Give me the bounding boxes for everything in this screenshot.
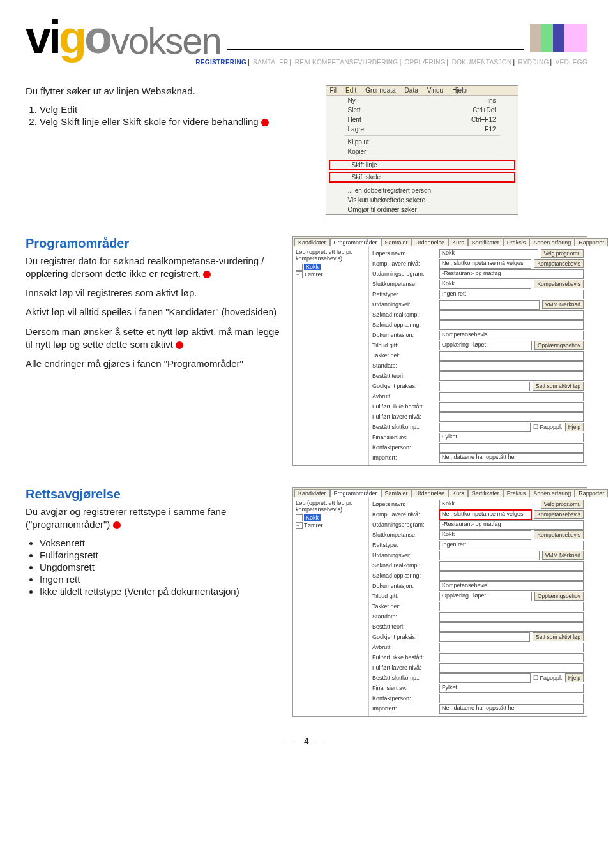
side-button[interactable]: Hjelp bbox=[565, 423, 584, 431]
side-button[interactable]: Kompetansebevis bbox=[534, 530, 584, 539]
side-button[interactable]: Sett som aktivt løp bbox=[533, 382, 584, 391]
field-value[interactable]: Nei, sluttkompetanse må velges bbox=[439, 259, 531, 269]
tab[interactable]: Sertifikater bbox=[468, 489, 503, 497]
tree-item[interactable]: +Kokk bbox=[296, 264, 366, 271]
tree-item[interactable]: +Tømrer bbox=[296, 271, 366, 278]
step-text: Velg Skift linje eller Skift skole for v… bbox=[40, 116, 259, 127]
field-value[interactable]: Nei, sluttkompetanse må velges bbox=[439, 510, 531, 520]
tab[interactable]: Kandidater bbox=[294, 489, 330, 497]
side-button[interactable]: Hjelp bbox=[565, 673, 584, 682]
field-value[interactable]: Opplæring i løpet bbox=[439, 341, 532, 350]
field-value[interactable] bbox=[439, 632, 530, 642]
menu-row[interactable]: Klipp ut bbox=[326, 137, 518, 147]
field-label: Bestått teori: bbox=[372, 624, 439, 630]
menu-item[interactable]: Fil bbox=[330, 87, 337, 94]
tab[interactable]: Utdannelse bbox=[412, 489, 449, 497]
menu-row[interactable]: ... en dobbeltregistrert person bbox=[326, 186, 518, 195]
field-value[interactable]: Nei, dataene har oppstått her bbox=[439, 453, 584, 463]
field-value[interactable]: Ingen rett bbox=[439, 290, 584, 299]
field-value[interactable] bbox=[439, 412, 584, 422]
field-value[interactable] bbox=[439, 612, 584, 622]
tab[interactable]: Rapporter bbox=[575, 238, 608, 246]
field-value[interactable]: -Restaurant- og matfag bbox=[439, 520, 584, 530]
menu-row[interactable]: Vis kun ubekreftede søkere bbox=[326, 195, 518, 205]
field-value[interactable] bbox=[439, 653, 584, 662]
field-value[interactable]: -Restaurant- og matfag bbox=[439, 269, 584, 279]
field-value[interactable] bbox=[439, 673, 531, 683]
field-value[interactable] bbox=[439, 371, 584, 381]
tab[interactable]: Annen erfaring bbox=[529, 489, 575, 497]
field-value[interactable] bbox=[439, 643, 584, 652]
field-value[interactable] bbox=[439, 443, 584, 453]
tab[interactable]: Sertifikater bbox=[468, 238, 503, 246]
field-value[interactable]: Ingen rett bbox=[439, 541, 584, 550]
field-value[interactable] bbox=[439, 351, 584, 361]
side-button[interactable]: VMM Merknad bbox=[542, 300, 584, 309]
menu-row[interactable]: HentCtrl+F12 bbox=[326, 115, 518, 124]
side-button[interactable]: Velg progr.omr. bbox=[541, 500, 584, 509]
menu-row-highlighted[interactable]: Skift linje bbox=[329, 160, 515, 170]
menu-row[interactable]: NyIns bbox=[326, 96, 518, 105]
tab[interactable]: Programområder bbox=[330, 238, 381, 246]
tab[interactable]: Utdannelse bbox=[412, 238, 449, 246]
side-button[interactable]: Kompetansebevis bbox=[534, 280, 584, 288]
menu-row[interactable]: SlettCtrl+Del bbox=[326, 105, 518, 115]
side-button[interactable]: Kompetansebevis bbox=[534, 510, 584, 519]
field-value[interactable]: Kokk bbox=[439, 280, 531, 289]
field-value[interactable] bbox=[439, 622, 584, 632]
field-value[interactable] bbox=[439, 392, 584, 401]
field-value[interactable]: Kokk bbox=[439, 500, 538, 509]
menu-item[interactable]: Vindu bbox=[427, 87, 443, 94]
field-value[interactable]: Kokk bbox=[439, 249, 538, 258]
tab[interactable]: Samtaler bbox=[381, 489, 412, 497]
side-button[interactable]: Velg progr.omr. bbox=[541, 249, 584, 258]
tab[interactable]: Annen erfaring bbox=[529, 238, 575, 246]
field-value[interactable]: Fylket bbox=[439, 433, 584, 442]
menu-row[interactable]: Kopier bbox=[326, 147, 518, 156]
field-value[interactable] bbox=[439, 402, 584, 412]
tab[interactable]: Rapporter bbox=[575, 489, 608, 497]
field-value[interactable] bbox=[439, 423, 531, 432]
field-value[interactable] bbox=[439, 561, 584, 571]
menu-row-highlighted[interactable]: Skift skole bbox=[329, 172, 515, 183]
field-value[interactable]: Kompetansebevis bbox=[439, 581, 584, 591]
field-value[interactable] bbox=[439, 310, 584, 320]
menu-item[interactable]: Edit bbox=[345, 87, 356, 94]
side-button[interactable]: Kompetansebevis bbox=[534, 259, 584, 268]
field-value[interactable]: Opplæring i løpet bbox=[439, 592, 532, 601]
field-value[interactable] bbox=[439, 361, 584, 371]
field-value[interactable]: Kompetansebevis bbox=[439, 331, 584, 340]
menu-item[interactable]: Data bbox=[405, 87, 418, 94]
side-button[interactable]: Sett som aktivt løp bbox=[533, 632, 584, 641]
field-value[interactable] bbox=[439, 300, 540, 310]
menu-row[interactable]: LagreF12 bbox=[326, 124, 518, 134]
tab[interactable]: Praksis bbox=[503, 489, 530, 497]
field-value[interactable] bbox=[439, 571, 584, 581]
side-button[interactable]: Opplæringsbehov bbox=[534, 592, 584, 601]
field-value[interactable]: Fylket bbox=[439, 684, 584, 693]
logo: vigo bbox=[26, 19, 110, 56]
tab[interactable]: Programområder bbox=[330, 489, 381, 497]
tab[interactable]: Praksis bbox=[503, 238, 530, 246]
menu-row[interactable]: Omgjør til ordinær søker bbox=[326, 205, 518, 214]
field-value[interactable] bbox=[439, 551, 540, 560]
fagoppl-checkbox[interactable]: ☐ Fagoppl. bbox=[533, 675, 563, 681]
side-button[interactable]: Opplæringsbehov bbox=[534, 341, 584, 350]
menu-item[interactable]: Hjelp bbox=[452, 87, 467, 94]
tree-item[interactable]: +Tømrer bbox=[296, 522, 366, 529]
field-value[interactable]: Kokk bbox=[439, 530, 531, 540]
tab[interactable]: Kurs bbox=[448, 238, 468, 246]
fagoppl-checkbox[interactable]: ☐ Fagoppl. bbox=[533, 424, 563, 430]
field-value[interactable] bbox=[439, 663, 584, 673]
field-value[interactable] bbox=[439, 694, 584, 703]
field-value[interactable]: Nei, dataene har oppstått her bbox=[439, 704, 584, 714]
field-value[interactable] bbox=[439, 320, 584, 330]
tab[interactable]: Kandidater bbox=[294, 238, 330, 246]
side-button[interactable]: VMM Merknad bbox=[542, 551, 584, 560]
tree-item[interactable]: +Kokk bbox=[296, 514, 366, 521]
field-value[interactable] bbox=[439, 382, 530, 391]
field-value[interactable] bbox=[439, 602, 584, 611]
tab[interactable]: Kurs bbox=[448, 489, 468, 497]
tab[interactable]: Samtaler bbox=[381, 238, 412, 246]
menu-item[interactable]: Grunndata bbox=[365, 87, 395, 94]
